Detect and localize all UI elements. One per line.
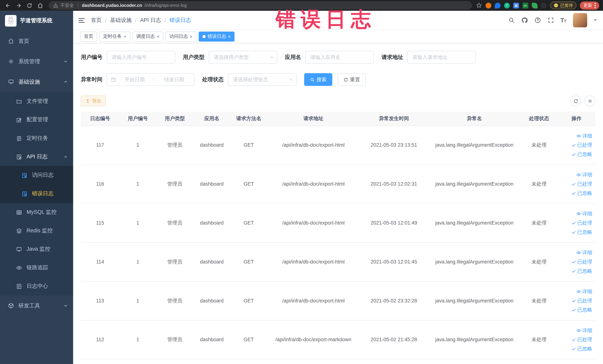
font-size-icon[interactable]: TT xyxy=(561,17,567,23)
extension-icon-paw[interactable] xyxy=(541,3,547,8)
breadcrumb-item[interactable]: 基础设施 xyxy=(110,17,132,23)
sidebar-item-system[interactable]: 系统管理 xyxy=(0,51,73,71)
sidebar-item-api-log[interactable]: API 日志 xyxy=(0,148,73,166)
close-icon[interactable]: × xyxy=(124,34,127,39)
sidebar-item-redis-monitor[interactable]: Redis 监控 xyxy=(0,221,73,240)
mark-ignored-label: 已忽略 xyxy=(577,268,592,274)
export-button[interactable]: 导出 xyxy=(81,95,106,106)
mark-processed-link[interactable]: 已处理 xyxy=(571,258,592,265)
avatar-caret-icon[interactable] xyxy=(594,19,597,21)
mark-ignored-link[interactable]: 已忽略 xyxy=(571,190,592,197)
reset-button[interactable]: 重置 xyxy=(338,73,366,86)
search-icon[interactable] xyxy=(508,17,515,23)
extension-icon-leaf[interactable] xyxy=(532,3,538,8)
back-button[interactable] xyxy=(3,1,12,10)
tag-error-log[interactable]: 错误日志× xyxy=(199,31,234,41)
detail-link-label: 详细 xyxy=(582,132,592,139)
cell-status: 未处理 xyxy=(521,242,557,281)
menu-label: 日志中心 xyxy=(26,283,48,290)
user-avatar[interactable] xyxy=(573,13,587,27)
request-url-input[interactable] xyxy=(407,51,476,64)
sidebar-item-scheduled-jobs[interactable]: 定时任务 xyxy=(0,129,73,148)
mark-processed-link[interactable]: 已处理 xyxy=(571,141,592,148)
cell-exception-name: java.lang.IllegalArgumentException xyxy=(428,164,521,203)
col-request-url: 请求地址 xyxy=(267,112,360,126)
sidebar-item-infra[interactable]: 基础设施 xyxy=(0,71,73,92)
github-icon[interactable] xyxy=(521,17,528,23)
tag-schedule-log[interactable]: 调度日志× xyxy=(133,31,163,41)
detail-link[interactable]: 详细 xyxy=(577,171,592,178)
sidebar-item-log-center[interactable]: 日志中心 xyxy=(0,277,73,295)
sidebar-item-home[interactable]: 首页 xyxy=(0,31,73,51)
close-icon[interactable]: × xyxy=(228,34,231,39)
breadcrumb-item[interactable]: API 日志 xyxy=(140,17,161,23)
extension-icon-grid[interactable]: ▦ xyxy=(513,3,519,8)
sidebar-item-file-manage[interactable]: 文件管理 xyxy=(0,92,73,110)
sidebar-logo[interactable]: 芋道管理系统 xyxy=(0,11,73,31)
mark-processed-link[interactable]: 已处理 xyxy=(571,297,592,304)
cell-status: 未处理 xyxy=(521,281,557,320)
fullscreen-icon[interactable] xyxy=(547,17,554,23)
chrome-menu-icon[interactable] xyxy=(594,3,596,8)
search-button[interactable]: 搜索 xyxy=(304,73,332,86)
sidebar-item-access-log[interactable]: 访问日志 xyxy=(0,166,73,185)
detail-link[interactable]: 详细 xyxy=(577,327,592,334)
help-icon[interactable] xyxy=(534,17,541,23)
extension-icon-orange[interactable] xyxy=(486,3,491,8)
user-id-input[interactable] xyxy=(107,51,175,64)
mark-processed-link[interactable]: 已处理 xyxy=(571,219,592,226)
sidebar-item-dev-tools[interactable]: 研发工具 xyxy=(0,295,73,316)
mark-processed-link[interactable]: 已处理 xyxy=(571,336,592,343)
detail-link[interactable]: 详细 xyxy=(577,288,592,295)
date-range-picker[interactable]: 开始日期 - 结束日期 xyxy=(107,73,195,86)
detail-link[interactable]: 详细 xyxy=(577,132,592,139)
extension-icon-on-badge[interactable]: on xyxy=(522,3,528,8)
user-type-select[interactable] xyxy=(209,51,277,64)
table-body: 117 1 管理员 dashboard GET /api/infra/db-do… xyxy=(81,126,595,359)
address-bar[interactable]: 不安全 dashboard.yudao.iocoder.cn/infra/log… xyxy=(48,1,472,10)
col-app-name: 应用名 xyxy=(193,112,230,126)
sidebar-item-java-monitor[interactable]: Java 监控 xyxy=(0,240,73,258)
mark-processed-link[interactable]: 已处理 xyxy=(571,180,592,187)
extension-icon-green-circle[interactable]: Y xyxy=(504,3,510,8)
row-actions: 详细 已处理 已忽略 xyxy=(560,288,593,313)
breadcrumb-item[interactable]: 首页 xyxy=(91,17,102,23)
user-id-label: 用户编号 xyxy=(81,54,102,61)
bookmark-star-icon[interactable] xyxy=(476,2,482,8)
forward-button[interactable] xyxy=(14,1,23,10)
request-url-label: 请求地址 xyxy=(382,54,403,61)
app-name-input[interactable] xyxy=(305,51,374,64)
cell-user-type: 管理员 xyxy=(156,203,193,242)
mark-ignored-link[interactable]: 已忽略 xyxy=(571,229,592,235)
process-status-select[interactable] xyxy=(228,73,297,86)
paused-extension-badge[interactable]: 已暂停 xyxy=(550,1,576,9)
sidebar-item-config-manage[interactable]: 配置管理 xyxy=(0,110,73,129)
refresh-table-button[interactable] xyxy=(570,95,581,106)
home-button[interactable] xyxy=(35,1,45,10)
mark-ignored-link[interactable]: 已忽略 xyxy=(571,151,592,158)
sidebar-item-mysql-monitor[interactable]: MySQL 监控 xyxy=(0,203,73,222)
extension-icon-blue-drop[interactable] xyxy=(495,3,500,8)
detail-link[interactable]: 详细 xyxy=(577,249,592,256)
cell-log-id: 112 xyxy=(81,320,119,359)
mark-ignored-link[interactable]: 已忽略 xyxy=(571,306,592,313)
update-chrome-button[interactable]: 更新 xyxy=(580,1,599,10)
mark-processed-label: 已处理 xyxy=(577,141,592,148)
sidebar-item-error-log[interactable]: 错误日志 xyxy=(0,185,73,203)
mark-ignored-link[interactable]: 已忽略 xyxy=(571,345,592,352)
tag-scheduled-jobs[interactable]: 定时任务× xyxy=(99,31,130,41)
layers-icon xyxy=(16,228,22,234)
close-icon[interactable]: × xyxy=(190,34,193,39)
detail-link[interactable]: 详细 xyxy=(577,210,592,217)
omnibox-divider xyxy=(78,3,78,8)
tag-access-log[interactable]: 访问日志× xyxy=(165,31,196,41)
table-header-row: 日志编号 用户编号 用户类型 应用名 请求方法名 请求地址 异常发生时间 异常名… xyxy=(81,112,595,126)
close-icon[interactable]: × xyxy=(157,34,159,39)
tag-home[interactable]: 首页 xyxy=(80,31,97,41)
mark-ignored-link[interactable]: 已忽略 xyxy=(571,268,592,274)
sidebar-item-tracing[interactable]: 链路追踪 xyxy=(0,258,73,277)
export-button-label: 导出 xyxy=(92,98,101,104)
reload-button[interactable] xyxy=(25,1,34,10)
collapse-sidebar-button[interactable] xyxy=(79,18,85,23)
column-settings-button[interactable] xyxy=(584,95,595,106)
